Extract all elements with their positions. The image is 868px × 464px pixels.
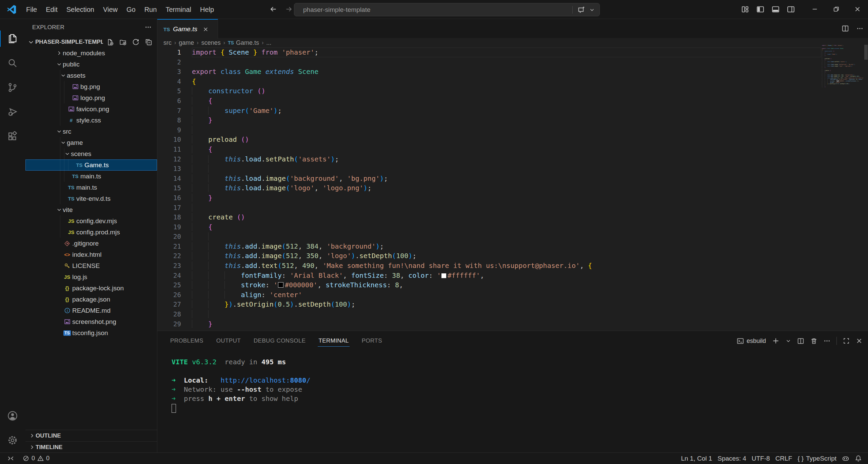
panel-tab-ports[interactable]: PORTS [361, 335, 383, 346]
extensions-icon[interactable] [0, 125, 25, 148]
menu-go[interactable]: Go [122, 0, 140, 19]
tree-item-config-prod-mjs[interactable]: JSconfig.prod.mjs [25, 227, 157, 238]
toggle-panel-icon[interactable] [772, 5, 780, 13]
collapse-folders-icon[interactable] [145, 39, 152, 46]
tree-item-package-json[interactable]: {}package.json [25, 294, 157, 305]
forward-arrow-icon[interactable] [285, 5, 293, 13]
remote-indicator[interactable] [5, 455, 17, 462]
restore-button[interactable] [825, 0, 847, 18]
panel-tab-terminal[interactable]: TERMINAL [318, 335, 349, 347]
token: fontFamily [241, 271, 282, 279]
editor-scrollbar[interactable] [864, 45, 868, 60]
kill-terminal-icon[interactable] [810, 337, 817, 345]
tree-item-src[interactable]: src [25, 126, 157, 137]
customize-layout-icon[interactable] [741, 5, 749, 13]
terminal-dropdown-icon[interactable] [786, 338, 791, 344]
minimap[interactable]: 1import { Scene } from 'phaser';23export… [822, 45, 863, 96]
panel-tab-debug-console[interactable]: DEBUG CONSOLE [253, 335, 307, 346]
tab-game-ts[interactable]: TS Game.ts [157, 19, 218, 39]
status-typescript[interactable]: { } TypeScript [795, 455, 839, 462]
breadcrumb-item-src[interactable]: src [163, 39, 172, 46]
project-root-row[interactable]: PHASER-SIMPLE-TEMPL... [25, 36, 157, 48]
menu-view[interactable]: View [99, 0, 122, 19]
panel-tab-problems[interactable]: PROBLEMS [170, 335, 204, 346]
back-arrow-icon[interactable] [270, 5, 277, 13]
tree-item-favicon-png[interactable]: favicon.png [25, 103, 157, 115]
new-terminal-icon[interactable] [772, 337, 780, 345]
token [208, 184, 224, 192]
menu-file[interactable]: File [22, 0, 41, 19]
status-crlf[interactable]: CRLF [773, 455, 795, 462]
minimize-button[interactable] [804, 0, 825, 18]
tree-item-logo-png[interactable]: logo.png [25, 92, 157, 103]
command-center-search[interactable]: phaser-simple-template [294, 3, 600, 16]
tree-item-screenshot-png[interactable]: screenshot.png [25, 316, 157, 327]
toggle-primary-sidebar-icon[interactable] [756, 5, 764, 13]
split-editor-icon[interactable] [842, 25, 849, 32]
tree-item-game-ts[interactable]: TSGame.ts [25, 159, 157, 171]
accounts-icon[interactable] [0, 404, 25, 427]
line-number: 14 [157, 174, 181, 183]
menu-help[interactable]: Help [196, 0, 218, 19]
panel-more-actions-icon[interactable] [824, 337, 830, 344]
maximize-panel-icon[interactable] [843, 337, 850, 344]
split-terminal-icon[interactable] [797, 337, 804, 345]
tree-item-license[interactable]: LICENSE [25, 260, 157, 271]
tree-item-node-modules[interactable]: node_modules [25, 47, 157, 59]
tree-item-index-html[interactable]: <>index.html [25, 249, 157, 260]
source-control-icon[interactable] [0, 76, 25, 99]
tree-item-package-lock-json[interactable]: {}package-lock.json [25, 283, 157, 294]
editor-more-actions-icon[interactable] [856, 25, 863, 32]
breadcrumb[interactable]: src›game›scenes›TSGame.ts›... [157, 38, 868, 47]
toggle-secondary-sidebar-icon[interactable] [787, 5, 795, 13]
tree-item-scenes[interactable]: scenes [25, 148, 157, 159]
timeline-section[interactable]: TIMELINE [25, 441, 157, 453]
new-file-icon[interactable] [106, 39, 114, 46]
tree-item-vite[interactable]: vite [25, 204, 157, 215]
tree-item-public[interactable]: public [25, 59, 157, 70]
breadcrumb-item-game-ts[interactable]: TSGame.ts [228, 39, 259, 46]
tree-item-game[interactable]: game [25, 137, 157, 148]
tree-item-vite-env-d-ts[interactable]: TSvite-env.d.ts [25, 193, 157, 204]
menu-edit[interactable]: Edit [41, 0, 62, 19]
refresh-icon[interactable] [132, 39, 139, 46]
code-line: 4{ [157, 77, 868, 86]
run-debug-icon[interactable] [0, 100, 25, 123]
search-icon[interactable] [0, 52, 25, 75]
status-spaces[interactable]: Spaces: 4 [715, 455, 749, 462]
status-ln-1-col-1[interactable]: Ln 1, Col 1 [678, 455, 715, 462]
terminal-instance[interactable]: esbuild [737, 337, 766, 345]
close-tab-icon[interactable] [203, 26, 209, 32]
notifications-bell-icon[interactable] [852, 455, 865, 462]
tree-item-config-dev-mjs[interactable]: JSconfig.dev.mjs [25, 215, 157, 227]
new-folder-icon[interactable] [119, 39, 126, 46]
breadcrumb-item-scenes[interactable]: scenes [201, 39, 221, 46]
explorer-more-actions-icon[interactable] [145, 24, 152, 31]
tree-item-style-css[interactable]: #style.css [25, 115, 157, 126]
chevron-down-icon[interactable] [589, 7, 595, 13]
terminal-output[interactable]: VITE v6.3.2 ready in 495 ms➜ Local: http… [172, 357, 861, 449]
problems-indicator[interactable]: 0 0 [20, 455, 52, 462]
menu-terminal[interactable]: Terminal [161, 0, 196, 19]
tree-item-gitignore[interactable]: .gitignore [25, 238, 157, 249]
tree-item-log-js[interactable]: JSlog.js [25, 271, 157, 283]
menu-run[interactable]: Run [140, 0, 161, 19]
breadcrumb-item-[interactable]: ... [266, 39, 271, 46]
copilot-chat-icon[interactable] [577, 6, 585, 14]
tree-item-readme-md[interactable]: README.md [25, 305, 157, 316]
tree-item-assets[interactable]: assets [25, 70, 157, 81]
close-window-button[interactable] [847, 0, 868, 18]
outline-section[interactable]: OUTLINE [25, 430, 157, 441]
status-utf-8[interactable]: UTF-8 [749, 455, 773, 462]
tree-item-bg-png[interactable]: bg.png [25, 81, 157, 92]
close-panel-icon[interactable] [856, 337, 863, 344]
copilot-status-icon[interactable] [839, 455, 852, 462]
breadcrumb-item-game[interactable]: game [179, 39, 194, 46]
explorer-icon[interactable] [0, 27, 25, 50]
settings-gear-icon[interactable] [0, 429, 25, 452]
panel-tab-output[interactable]: OUTPUT [216, 335, 241, 346]
tree-item-main-ts[interactable]: TSmain.ts [25, 182, 157, 193]
menu-selection[interactable]: Selection [62, 0, 99, 19]
tree-item-main-ts[interactable]: TSmain.ts [25, 171, 157, 182]
tree-item-tsconfig-json[interactable]: TStsconfig.json [25, 327, 157, 339]
